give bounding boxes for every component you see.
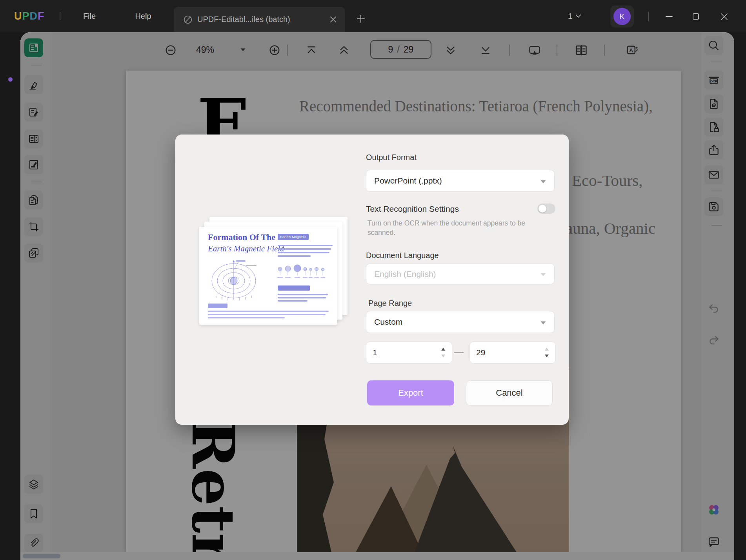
stepper-up-icon[interactable] (544, 347, 549, 351)
preview-page-front: Formation Of The Earth's Magnetic Field … (199, 227, 337, 325)
titlebar-divider (648, 12, 649, 21)
window-count: 1 (568, 11, 573, 21)
caret-down-icon (540, 321, 546, 325)
planets-diagram (276, 264, 335, 282)
titlebar: UPDF File Help UPDF-Editabl...iles (batc… (0, 0, 746, 32)
preview-text-line (278, 248, 331, 250)
logo-letter: P (22, 10, 30, 22)
toggle-knob (539, 205, 546, 213)
titlebar-divider (60, 12, 60, 20)
app-logo: UPDF (14, 0, 45, 32)
range-dash: — (454, 346, 464, 357)
logo-letter: U (14, 10, 22, 22)
range-to-value: 29 (476, 348, 485, 357)
new-tab-button[interactable] (356, 14, 366, 24)
logo-letter: D (30, 10, 38, 22)
preview-text-line (208, 314, 326, 315)
preview-text-line (278, 294, 328, 295)
export-button[interactable]: Export (367, 380, 454, 405)
preview-text-line (278, 300, 307, 302)
preview-text-line (278, 252, 329, 253)
range-from-value: 1 (373, 348, 377, 357)
ocr-toggle[interactable] (537, 204, 555, 214)
range-from-stepper[interactable]: 1 (366, 342, 452, 364)
page-range-label: Page Range (368, 299, 412, 308)
preview-text-line (278, 245, 333, 246)
avatar-button[interactable]: K (610, 5, 634, 27)
stepper-down-icon[interactable] (544, 354, 549, 358)
maximize-button[interactable] (689, 11, 703, 22)
preview-badge-small (208, 304, 227, 308)
notification-dot (8, 77, 13, 82)
cancel-button[interactable]: Cancel (466, 380, 553, 405)
range-to-stepper[interactable]: 29 (469, 342, 556, 364)
output-format-select[interactable]: PowerPoint (.pptx) (366, 170, 555, 192)
stepper-down-icon[interactable] (441, 354, 446, 358)
preview-text-line (208, 317, 285, 318)
caret-down-icon (540, 180, 546, 184)
menu-file[interactable]: File (77, 0, 102, 32)
magnetic-field-diagram (202, 258, 275, 301)
caret-down-icon (540, 273, 546, 277)
page-range-select[interactable]: Custom (366, 311, 555, 333)
ocr-hint: Turn on the OCR when the document appear… (368, 219, 542, 237)
close-button[interactable] (717, 11, 731, 22)
ocr-settings-label: Text Recognition Settings (366, 204, 459, 214)
stepper-up-icon[interactable] (441, 347, 446, 351)
document-tab[interactable]: UPDF-Editabl...iles (batch) (174, 7, 345, 32)
menu-help[interactable]: Help (129, 0, 157, 32)
tab-close-icon[interactable] (330, 16, 337, 23)
preview-text-line (208, 311, 329, 312)
minimize-button[interactable] (662, 11, 676, 22)
logo-letter: F (38, 10, 45, 22)
document-language-label: Document Language (366, 251, 439, 260)
preview-badge: Earth's Magnetic (278, 234, 309, 240)
preview-badge-small (278, 285, 310, 291)
chevron-down-icon (575, 14, 581, 18)
preview-text-line (278, 297, 326, 298)
preview-text-line (278, 255, 311, 257)
preview-subtitle: Earth's Magnetic Field (208, 244, 284, 254)
avatar: K (613, 8, 631, 25)
document-language-select[interactable]: English (English) (366, 264, 555, 284)
export-dialog: Formation Of The Earth's Magnetic Field … (175, 135, 569, 425)
edit-disabled-icon (182, 14, 193, 25)
window-count-dropdown[interactable]: 1 (568, 0, 581, 32)
preview-title: Formation Of The (208, 232, 275, 242)
output-format-label: Output Format (366, 153, 417, 162)
tab-title: UPDF-Editabl...iles (batch) (197, 7, 290, 32)
